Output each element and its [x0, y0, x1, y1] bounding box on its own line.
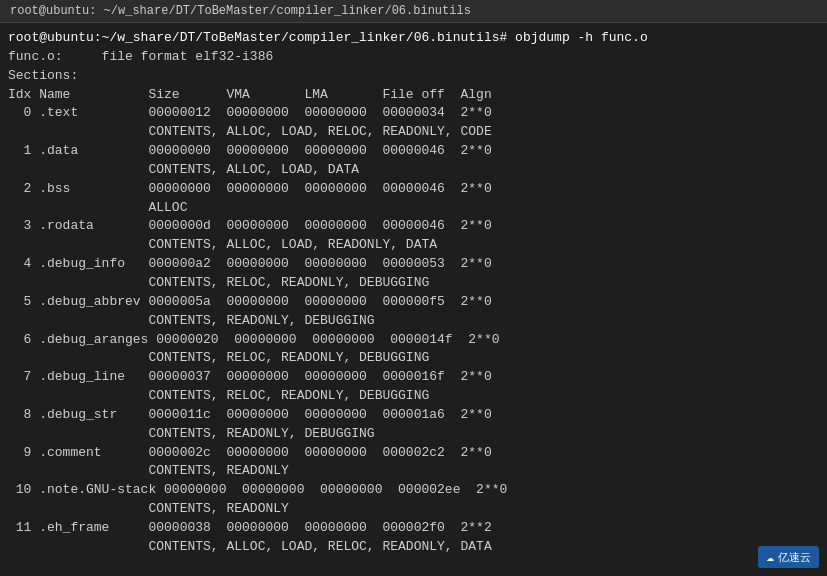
terminal-line: 4 .debug_info 000000a2 00000000 00000000… [8, 255, 819, 274]
terminal-content[interactable]: root@ubuntu:~/w_share/DT/ToBeMaster/comp… [0, 23, 827, 576]
terminal-line: Sections: [8, 67, 819, 86]
title-text: root@ubuntu: ~/w_share/DT/ToBeMaster/com… [10, 4, 471, 18]
terminal-line: CONTENTS, READONLY, DEBUGGING [8, 425, 819, 444]
terminal-line: 0 .text 00000012 00000000 00000000 00000… [8, 104, 819, 123]
terminal-line: 6 .debug_aranges 00000020 00000000 00000… [8, 331, 819, 350]
terminal-line: 9 .comment 0000002c 00000000 00000000 00… [8, 444, 819, 463]
terminal-line: 8 .debug_str 0000011c 00000000 00000000 … [8, 406, 819, 425]
terminal-line: CONTENTS, ALLOC, LOAD, READONLY, DATA [8, 236, 819, 255]
terminal-line: CONTENTS, ALLOC, LOAD, RELOC, READONLY, … [8, 538, 819, 557]
watermark-text: 亿速云 [778, 550, 811, 565]
terminal-line: func.o: file format elf32-i386 [8, 48, 819, 67]
terminal-line: 2 .bss 00000000 00000000 00000000 000000… [8, 180, 819, 199]
terminal-line: 3 .rodata 0000000d 00000000 00000000 000… [8, 217, 819, 236]
title-bar: root@ubuntu: ~/w_share/DT/ToBeMaster/com… [0, 0, 827, 23]
terminal-line: 5 .debug_abbrev 0000005a 00000000 000000… [8, 293, 819, 312]
terminal-line: CONTENTS, RELOC, READONLY, DEBUGGING [8, 349, 819, 368]
terminal-line: CONTENTS, ALLOC, LOAD, RELOC, READONLY, … [8, 123, 819, 142]
terminal-line: CONTENTS, READONLY [8, 462, 819, 481]
terminal-lines: func.o: file format elf32-i386Sections:I… [8, 48, 819, 557]
terminal-line: CONTENTS, READONLY [8, 500, 819, 519]
terminal-line: CONTENTS, RELOC, READONLY, DEBUGGING [8, 387, 819, 406]
terminal-line: 7 .debug_line 00000037 00000000 00000000… [8, 368, 819, 387]
terminal-line: 1 .data 00000000 00000000 00000000 00000… [8, 142, 819, 161]
watermark: ☁ 亿速云 [758, 546, 819, 568]
terminal-window: root@ubuntu: ~/w_share/DT/ToBeMaster/com… [0, 0, 827, 576]
watermark-icon: ☁ [766, 549, 774, 565]
terminal-line: CONTENTS, ALLOC, LOAD, DATA [8, 161, 819, 180]
terminal-line: 10 .note.GNU-stack 00000000 00000000 000… [8, 481, 819, 500]
terminal-line: CONTENTS, READONLY, DEBUGGING [8, 312, 819, 331]
prompt-line: root@ubuntu:~/w_share/DT/ToBeMaster/comp… [8, 29, 819, 48]
terminal-line: Idx Name Size VMA LMA File off Algn [8, 86, 819, 105]
terminal-line: ALLOC [8, 199, 819, 218]
terminal-line: CONTENTS, RELOC, READONLY, DEBUGGING [8, 274, 819, 293]
terminal-line: 11 .eh_frame 00000038 00000000 00000000 … [8, 519, 819, 538]
